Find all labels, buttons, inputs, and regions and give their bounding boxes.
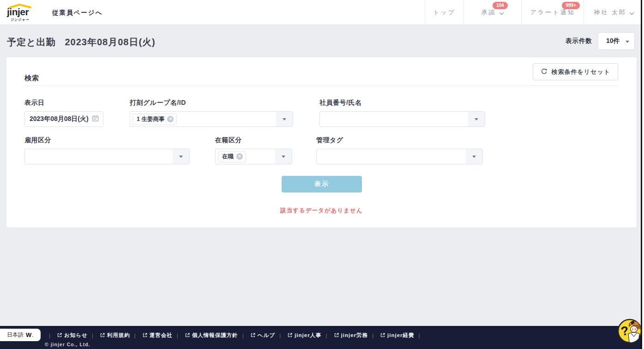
logo-wordmark: jinjer — [7, 6, 29, 18]
footer-link-company[interactable]: 運営会社 — [130, 332, 173, 339]
search-card: 検索 検索条件をリセット 表示日 2023年08月08日(火) — [6, 57, 637, 228]
external-link-icon — [288, 333, 292, 338]
nav-item-approval[interactable]: 承認 104 — [463, 0, 521, 25]
display-date-label: 表示日 — [24, 99, 103, 107]
weglot-logo-dot: . — [32, 331, 34, 338]
remove-tag-icon[interactable]: × — [167, 116, 174, 122]
alert-count-badge: 999+ — [562, 2, 580, 9]
employee-page-link[interactable]: 従業員ページへ — [52, 9, 102, 17]
page-title-text: 予定と出勤 — [7, 37, 55, 47]
employment-type-select[interactable] — [24, 149, 190, 164]
select-arrow-icon — [475, 118, 478, 120]
weglot-logo: W — [26, 331, 31, 338]
footer-link-jinjer-roumu[interactable]: jinjer労務 — [322, 332, 368, 339]
footer-links: お知らせ 利用規約 運営会社 個人情報保護方針 ヘルプ jinjer人事 jin… — [45, 332, 421, 339]
select-arrow-icon — [282, 156, 285, 158]
footer-link-news[interactable]: お知らせ — [45, 332, 88, 339]
management-tag-label: 管理タグ — [316, 136, 483, 144]
footer-link-label: 運営会社 — [150, 332, 173, 339]
footer-link-label: jinjer経費 — [387, 332, 414, 339]
select-arrow-box — [466, 149, 482, 164]
external-link-icon — [380, 333, 385, 338]
nav-approval-label: 承認 — [481, 8, 496, 17]
nav-item-alert[interactable]: アラート通知 999+ — [521, 0, 584, 25]
footer-link-label: ヘルプ — [258, 332, 275, 339]
punch-group-select[interactable]: 1 生姜商事 × — [130, 111, 293, 127]
help-mascot-button[interactable]: ? — [617, 318, 643, 344]
display-date-value: 2023年08月08日(火) — [30, 115, 89, 123]
page-title-date: 2023年08月08日(火) — [65, 37, 155, 47]
jinjer-logo[interactable]: jinjer ジンジャー — [7, 3, 39, 23]
window-edge-line — [641, 0, 642, 349]
top-header: jinjer ジンジャー 従業員ページへ トップ 承認 104 アラート通知 9… — [0, 0, 644, 25]
window-edge-strip — [642, 0, 644, 349]
footer-link-label: 個人情報保護方針 — [192, 332, 238, 339]
select-arrow-box — [276, 112, 293, 126]
select-arrow-box — [173, 149, 189, 164]
external-link-icon — [251, 333, 255, 338]
footer-link-help[interactable]: ヘルプ — [238, 332, 275, 339]
display-count-select[interactable]: 10件 — [598, 32, 635, 50]
footer-link-label: jinjer労務 — [341, 332, 368, 339]
employee-label: 社員番号/氏名 — [319, 99, 485, 107]
footer-link-label: jinjer人事 — [295, 332, 321, 339]
remove-tag-icon[interactable]: × — [236, 153, 243, 160]
punch-group-tag-label: 1 生姜商事 — [137, 115, 164, 123]
select-arrow-box — [468, 112, 485, 126]
display-count-group: 表示件数 10件 — [566, 32, 635, 50]
nav-top-label: トップ — [433, 8, 456, 17]
reset-search-button[interactable]: 検索条件をリセット — [533, 63, 618, 80]
display-count-value: 10件 — [606, 37, 620, 45]
field-management-tag: 管理タグ — [316, 136, 483, 164]
footer-link-label: 利用規約 — [107, 332, 130, 339]
enrollment-tag-label: 在職 — [222, 153, 234, 161]
search-section-title: 検索 — [24, 74, 39, 83]
select-arrow-box — [275, 149, 292, 164]
page-title: 予定と出勤2023年08月08日(火) — [7, 36, 156, 48]
footer-link-label: お知らせ — [64, 332, 88, 339]
footer-link-privacy[interactable]: 個人情報保護方針 — [173, 332, 238, 339]
display-date-input[interactable]: 2023年08月08日(火) — [24, 111, 103, 127]
selected-tag-chip: 在職 × — [218, 151, 246, 162]
field-employee: 社員番号/氏名 — [319, 99, 485, 127]
copyright-text: © jinjer Co., Ltd. — [45, 342, 90, 347]
field-enrollment-status: 在籍区分 在職 × — [215, 136, 292, 164]
select-arrow-icon — [179, 156, 183, 158]
select-arrow-icon — [283, 118, 286, 120]
logo-kana: ジンジャー — [11, 18, 30, 22]
nav-item-user-menu[interactable]: 神社 太郎 — [584, 0, 644, 25]
punch-group-label: 打刻グループ名/ID — [130, 99, 293, 107]
footer-link-jinjer-keihi[interactable]: jinjer経費 — [368, 332, 414, 339]
external-link-icon — [100, 333, 105, 338]
footer-link-terms[interactable]: 利用規約 — [88, 332, 130, 339]
user-name-label: 神社 太郎 — [594, 8, 626, 17]
language-switcher[interactable]: 日本語 W . — [0, 329, 41, 341]
chevron-down-icon — [629, 10, 634, 17]
calendar-icon — [92, 115, 99, 123]
external-link-icon — [57, 333, 62, 338]
employment-type-label: 雇用区分 — [24, 136, 190, 144]
external-link-icon — [185, 333, 190, 338]
footer-link-jinjer-jinji[interactable]: jinjer人事 — [275, 332, 321, 339]
show-button[interactable]: 表示 — [282, 176, 362, 193]
no-data-message: 該当するデータがありません — [6, 207, 637, 215]
reset-button-label: 検索条件をリセット — [551, 68, 610, 76]
enrollment-status-label: 在籍区分 — [215, 136, 292, 144]
section-divider — [24, 85, 619, 86]
mascot-icon: ? — [617, 318, 643, 344]
language-label: 日本語 — [7, 331, 24, 339]
chevron-down-icon — [499, 10, 504, 17]
field-display-date: 表示日 2023年08月08日(火) — [24, 99, 103, 127]
field-employment-type: 雇用区分 — [24, 136, 190, 164]
footer: 日本語 W . お知らせ 利用規約 運営会社 個人情報保護方針 ヘルプ jinj… — [0, 326, 644, 349]
selected-tag-chip: 1 生姜商事 × — [132, 114, 177, 125]
nav-alert-label: アラート通知 — [530, 8, 575, 17]
external-link-icon — [143, 333, 147, 338]
display-count-label: 表示件数 — [566, 37, 592, 45]
employee-select[interactable] — [319, 111, 485, 127]
management-tag-select[interactable] — [316, 149, 483, 164]
header-nav: トップ 承認 104 アラート通知 999+ 神社 太郎 — [425, 0, 644, 25]
enrollment-status-select[interactable]: 在職 × — [215, 149, 292, 164]
nav-item-top[interactable]: トップ — [425, 0, 463, 25]
approval-count-badge: 104 — [493, 2, 508, 9]
